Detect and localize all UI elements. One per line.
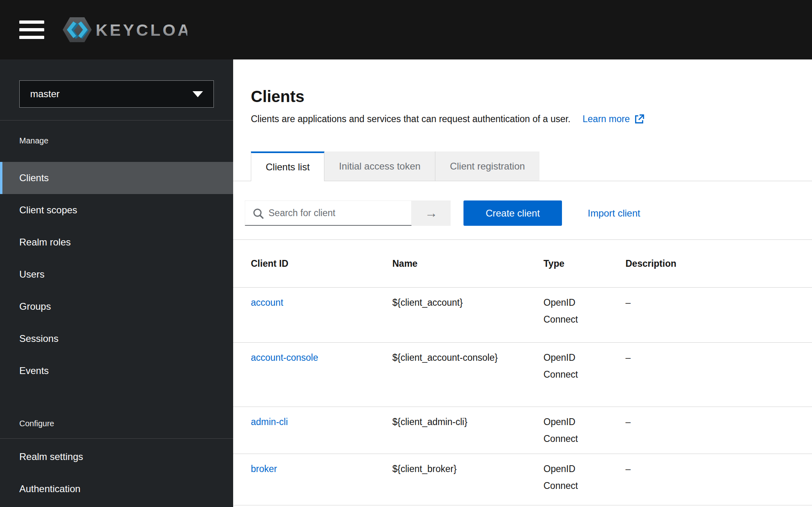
sidebar-item-client-scopes[interactable]: Client scopes — [0, 194, 233, 226]
tab-initial-access-token[interactable]: Initial access token — [324, 151, 435, 181]
column-header-client-id: Client ID — [233, 240, 392, 288]
learn-more-link[interactable]: Learn more — [582, 114, 644, 125]
search-icon — [252, 208, 265, 220]
tab-client-registration[interactable]: Client registration — [435, 151, 539, 181]
table-header: Client ID Name Type Description — [233, 240, 812, 288]
client-type-cell: OpenID Connect — [543, 294, 588, 328]
table-row: broker ${client_broker} OpenID Connect – — [233, 454, 812, 505]
client-name-cell: ${client_broker} — [392, 454, 543, 505]
external-link-icon — [634, 114, 644, 124]
sidebar-item-authentication[interactable]: Authentication — [0, 473, 233, 505]
clients-table: Client ID Name Type Description account … — [233, 240, 812, 505]
sidebar-item-realm-settings[interactable]: Realm settings — [0, 441, 233, 473]
client-type-cell: OpenID Connect — [543, 413, 588, 447]
keycloak-logo: KEYCLOAK — [63, 14, 187, 46]
client-description-cell: – — [625, 288, 812, 343]
learn-more-label: Learn more — [582, 114, 630, 125]
sidebar: master Manage Clients Client scopes Real… — [0, 59, 233, 507]
client-id-link[interactable]: broker — [251, 464, 277, 474]
client-type-cell: OpenID Connect — [543, 349, 588, 383]
client-id-link[interactable]: account — [251, 297, 283, 308]
tab-clients-list[interactable]: Clients list — [251, 151, 324, 181]
sidebar-item-sessions[interactable]: Sessions — [0, 323, 233, 355]
realm-selector[interactable]: master — [19, 80, 214, 108]
tabs-bar: Clients list Initial access token Client… — [233, 151, 812, 181]
client-description-cell: – — [625, 454, 812, 505]
search-submit-button[interactable]: → — [412, 200, 451, 226]
sidebar-item-users[interactable]: Users — [0, 258, 233, 290]
import-client-link[interactable]: Import client — [588, 208, 640, 219]
realm-name: master — [30, 88, 193, 100]
sidebar-item-clients[interactable]: Clients — [0, 162, 233, 194]
nav-list-configure: Realm settings Authentication — [0, 441, 233, 505]
search-box — [245, 200, 412, 226]
app-header: KEYCLOAK — [0, 0, 812, 59]
nav-group-manage-label: Manage — [19, 135, 233, 146]
create-client-button[interactable]: Create client — [463, 200, 562, 226]
page-title: Clients — [251, 87, 812, 106]
client-type-cell: OpenID Connect — [543, 460, 588, 494]
client-name-cell: ${client_account-console} — [392, 343, 543, 407]
table-row: admin-cli ${client_admin-cli} OpenID Con… — [233, 407, 812, 454]
chevron-down-icon — [193, 91, 203, 97]
client-id-link[interactable]: account-console — [251, 352, 318, 363]
client-description-cell: – — [625, 407, 812, 454]
search-group: → — [245, 200, 451, 226]
column-header-type: Type — [543, 240, 625, 288]
table-row: account ${client_account} OpenID Connect… — [233, 288, 812, 343]
column-header-description: Description — [625, 240, 812, 288]
brand-text: KEYCLOAK — [96, 21, 187, 39]
sidebar-item-groups[interactable]: Groups — [0, 290, 233, 323]
toolbar: → Create client Import client — [245, 200, 812, 226]
sidebar-item-events[interactable]: Events — [0, 355, 233, 387]
page-description: Clients are applications and services th… — [251, 112, 570, 125]
keycloak-logo-graphic: KEYCLOAK — [63, 14, 187, 46]
client-description-cell: – — [625, 343, 812, 407]
realm-selector-section: master — [0, 59, 233, 121]
search-input[interactable] — [245, 201, 411, 225]
sidebar-item-realm-roles[interactable]: Realm roles — [0, 226, 233, 258]
nav-list-manage: Clients Client scopes Realm roles Users … — [0, 162, 233, 387]
column-header-name: Name — [392, 240, 543, 288]
nav-group-configure-wrap: Configure — [0, 418, 233, 439]
client-name-cell: ${client_admin-cli} — [392, 407, 543, 454]
arrow-right-icon: → — [425, 206, 438, 221]
client-id-link[interactable]: admin-cli — [251, 417, 288, 427]
hamburger-menu-icon[interactable] — [19, 20, 45, 39]
client-name-cell: ${client_account} — [392, 288, 543, 343]
table-row: account-console ${client_account-console… — [233, 343, 812, 407]
page-description-row: Clients are applications and services th… — [251, 112, 812, 125]
nav-group-configure-label: Configure — [19, 418, 233, 429]
main-content: Clients Clients are applications and ser… — [233, 59, 812, 507]
